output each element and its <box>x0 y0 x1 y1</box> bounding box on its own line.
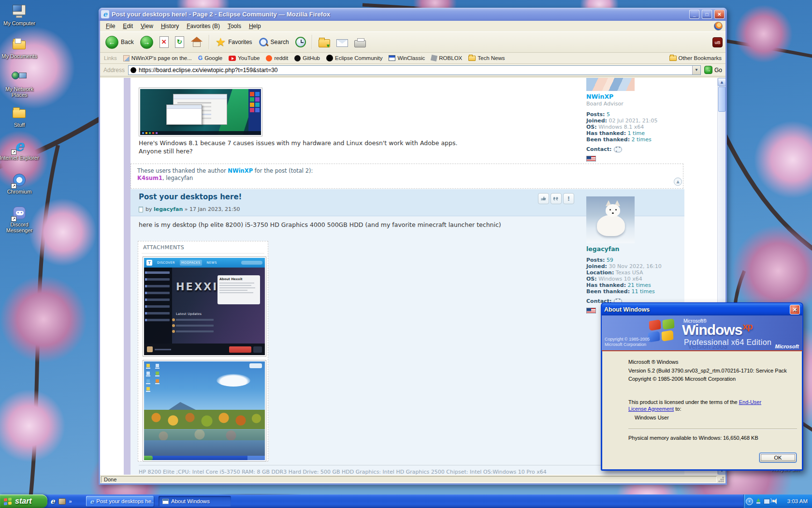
download-folder-icon: ▼ <box>319 39 330 47</box>
history-button[interactable] <box>293 36 308 48</box>
safely-remove-hardware-icon[interactable] <box>755 498 761 504</box>
scrollbar-thumb[interactable] <box>718 87 725 112</box>
quote-button[interactable] <box>551 193 562 204</box>
refresh-button[interactable]: ↻ <box>173 35 187 49</box>
avatar[interactable] <box>586 196 635 243</box>
refresh-icon: ↻ <box>175 36 184 48</box>
browser-titlebar[interactable]: e Post your desktops here! - Page 2 - Ec… <box>99 8 727 21</box>
desktop-icon-my-documents[interactable]: My Documents <box>0 37 40 59</box>
toolbar-separator <box>209 35 210 49</box>
close-button[interactable]: ✕ <box>714 10 725 19</box>
start-button[interactable]: start <box>0 494 47 508</box>
links-bar: Links NWinXP's page on the... GGoogle Yo… <box>100 53 725 64</box>
username-link[interactable]: legacyfan <box>586 245 683 253</box>
profile-fields: Posts: 59 Joined: 30 Nov 2022, 16:10 Loc… <box>586 257 683 295</box>
downloads-button[interactable]: ▼ <box>316 36 333 48</box>
back-to-top-button[interactable]: ▲ <box>674 178 682 186</box>
avatar[interactable] <box>586 78 635 91</box>
reddit-icon <box>266 55 272 61</box>
like-button[interactable] <box>538 193 549 204</box>
attachments-label: ATTACHMENTS <box>143 244 184 251</box>
link-nwinxp-page[interactable]: NWinXP's page on the... <box>123 55 192 61</box>
clock-widget <box>249 363 262 368</box>
attachment-thumbnail-win81[interactable] <box>139 88 262 136</box>
menu-edit[interactable]: Edit <box>119 22 137 30</box>
menu-view[interactable]: View <box>137 22 157 30</box>
maximize-button[interactable]: □ <box>702 10 712 19</box>
username-link[interactable]: NWinXP <box>586 93 683 100</box>
windows-flag-icon <box>4 498 12 505</box>
attachment-thumbnail-desktop[interactable] <box>143 360 266 462</box>
quicklaunch-ie-icon[interactable]: e <box>50 497 55 506</box>
taskbar-button-forum[interactable]: e Post your desktops he... <box>86 496 154 507</box>
home-button[interactable] <box>188 35 205 49</box>
author-link[interactable]: legacyfan <box>154 206 183 212</box>
dialog-close-button[interactable]: ✕ <box>790 305 800 314</box>
pm-contact-icon[interactable] <box>614 147 622 152</box>
network-status-icon[interactable] <box>764 499 770 504</box>
favorites-button[interactable]: ★ Favorites <box>213 35 255 49</box>
technic-logo-icon: T <box>146 260 152 266</box>
windows-wordmark: Windowsxp <box>682 322 753 338</box>
link-youtube[interactable]: YouTube <box>229 55 260 61</box>
user-link-k4sum1[interactable]: K4sum1 <box>137 175 162 181</box>
link-google[interactable]: GGoogle <box>198 55 222 61</box>
link-github[interactable]: GitHub <box>294 55 320 61</box>
link-tech-news[interactable]: Tech News <box>468 55 505 61</box>
quicklaunch-overflow-chevron[interactable]: » <box>69 498 72 504</box>
forward-arrow-icon: → <box>140 36 153 49</box>
report-button[interactable]: ! <box>563 193 574 204</box>
menu-history[interactable]: History <box>157 22 183 30</box>
link-roblox[interactable]: ROBLOX <box>431 55 462 61</box>
desktop-icon-label: My Computer <box>0 20 40 26</box>
desktop-icon-my-computer[interactable]: My Computer <box>0 4 40 26</box>
mail-button[interactable] <box>334 36 350 48</box>
link-eclipse-community[interactable]: Eclipse Community <box>326 55 382 61</box>
about-windows-dialog: About Windows ✕ Version 2003 Microsoft® … <box>601 302 803 471</box>
address-dropdown[interactable]: ▼ <box>692 66 700 75</box>
volume-icon[interactable] <box>772 498 778 504</box>
dialog-titlebar[interactable]: About Windows ✕ <box>602 303 802 315</box>
favorites-star-icon: ★ <box>216 36 226 48</box>
mail-icon <box>336 39 348 47</box>
link-reddit[interactable]: reddit <box>266 55 288 61</box>
menu-help[interactable]: Help <box>245 22 265 30</box>
scroll-up-button[interactable]: ▲ <box>718 78 725 86</box>
page-margin-strip <box>124 78 130 475</box>
other-bookmarks[interactable]: Other Bookmarks <box>669 55 722 61</box>
favorites-label: Favorites <box>228 39 252 45</box>
search-button[interactable]: Search <box>256 36 291 48</box>
tray-collapse-chevron[interactable]: ‹ <box>746 498 753 505</box>
link-winclassic[interactable]: WinClassic <box>389 55 425 61</box>
desktop-icon-internet-explorer[interactable]: e↗ Internet Explorer <box>0 138 40 161</box>
forward-button[interactable]: → <box>138 35 156 50</box>
menu-file[interactable]: File <box>102 22 119 30</box>
printer-icon <box>354 40 366 47</box>
minimize-button[interactable]: _ <box>689 10 699 19</box>
attachment-thumbnail-hexxit[interactable]: T DISCOVER MODPACKS NEWS <box>143 256 266 357</box>
ok-button[interactable]: OK <box>759 453 797 463</box>
resize-grip[interactable] <box>718 476 725 483</box>
taskbar-button-about-windows[interactable]: About Windows <box>159 496 231 507</box>
desktop-icon-discord-messenger[interactable]: ↗ Discord Messenger <box>0 205 40 233</box>
xp-mark: xp <box>742 321 752 331</box>
go-button[interactable]: → Go <box>704 66 722 74</box>
user-link-nwinxp[interactable]: NWinXP <box>228 167 253 174</box>
microsoft-logo: Microsoft <box>775 344 799 349</box>
desktop-icon-my-network-places[interactable]: My Network Places <box>0 70 40 98</box>
back-arrow-icon: ← <box>105 36 118 49</box>
print-button[interactable] <box>352 36 368 48</box>
taskbar-clock[interactable]: 3:03 AM <box>787 498 808 504</box>
desktop-icon-chromium[interactable]: ↗ Chromium <box>0 172 40 194</box>
back-button[interactable]: ← Back <box>103 35 136 50</box>
menu-favorites[interactable]: Favorites (B) <box>183 22 224 30</box>
stop-button[interactable]: ✕ <box>157 35 171 49</box>
quicklaunch-media-icon[interactable] <box>58 498 66 505</box>
my-computer-icon <box>11 4 28 19</box>
menu-tools[interactable]: Tools <box>224 22 245 30</box>
desktop-icon-stuff[interactable]: Stuff <box>0 105 40 128</box>
launch-button <box>229 346 251 353</box>
ublock-icon[interactable]: uB <box>712 37 723 47</box>
address-input[interactable]: https://board.eclipse.cx/viewtopic.php?t… <box>128 65 701 75</box>
post-title-link[interactable]: Post your desktops here! <box>139 193 242 201</box>
